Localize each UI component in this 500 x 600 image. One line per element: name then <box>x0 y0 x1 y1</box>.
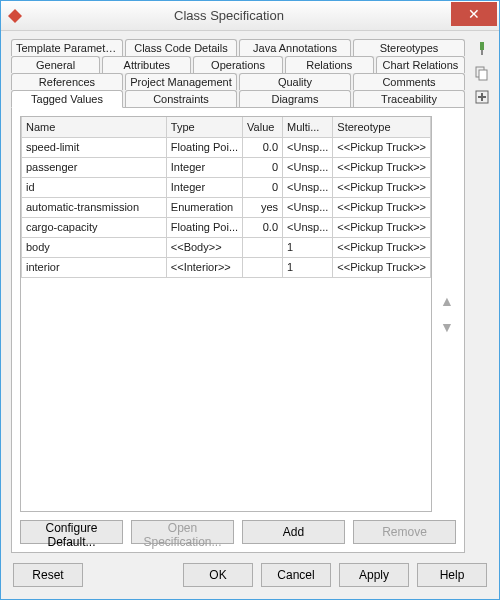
move-up-button[interactable]: ▲ <box>439 294 455 308</box>
table-cell[interactable]: <Unsp... <box>283 197 333 217</box>
column-header[interactable]: Name <box>22 117 167 137</box>
main-column: Template ParametersClass Code DetailsJav… <box>11 39 465 553</box>
table-cell[interactable]: <<Pickup Truck>> <box>333 157 431 177</box>
table-cell[interactable]: 0.0 <box>243 137 283 157</box>
table-row[interactable]: passengerInteger0<Unsp...<<Pickup Truck>… <box>22 157 431 177</box>
table-cell[interactable]: 1 <box>283 257 333 277</box>
move-down-button[interactable]: ▼ <box>439 320 455 334</box>
tab-project-management[interactable]: Project Management <box>125 73 237 90</box>
tab-attributes[interactable]: Attributes <box>102 56 191 73</box>
app-icon <box>7 8 23 24</box>
table-cell[interactable]: 0.0 <box>243 217 283 237</box>
side-toolbar <box>471 39 493 553</box>
table-cell[interactable]: <Unsp... <box>283 137 333 157</box>
svg-rect-4 <box>479 70 487 80</box>
tab-java-annotations[interactable]: Java Annotations <box>239 39 351 56</box>
chevron-up-icon: ▲ <box>440 293 454 309</box>
copy-button[interactable] <box>473 65 491 83</box>
tab-class-code-details[interactable]: Class Code Details <box>125 39 237 56</box>
table-cell[interactable]: passenger <box>22 157 167 177</box>
table-cell[interactable] <box>243 237 283 257</box>
tab-chart-relations[interactable]: Chart Relations <box>376 56 465 73</box>
window-title: Class Specification <box>31 8 427 23</box>
table-cell[interactable]: 0 <box>243 157 283 177</box>
table-cell[interactable]: 0 <box>243 177 283 197</box>
tab-diagrams[interactable]: Diagrams <box>239 90 351 108</box>
table-cell[interactable]: <Unsp... <box>283 177 333 197</box>
table-cell[interactable]: <Unsp... <box>283 157 333 177</box>
ok-button[interactable]: OK <box>183 563 253 587</box>
reorder-arrows: ▲ ▼ <box>438 116 456 512</box>
close-icon: ✕ <box>468 6 480 22</box>
table-cell[interactable]: <<Interior>> <box>166 257 242 277</box>
table-cell[interactable]: id <box>22 177 167 197</box>
dialog-footer: Reset OK Cancel Apply Help <box>1 553 499 599</box>
table-cell[interactable]: <<Pickup Truck>> <box>333 257 431 277</box>
table-cell[interactable]: Integer <box>166 157 242 177</box>
cancel-button[interactable]: Cancel <box>261 563 331 587</box>
tab-template-parameters[interactable]: Template Parameters <box>11 39 123 56</box>
svg-rect-1 <box>480 42 484 50</box>
apply-button[interactable]: Apply <box>339 563 409 587</box>
plus-icon <box>474 89 490 108</box>
tab-comments[interactable]: Comments <box>353 73 465 90</box>
configure-default-button[interactable]: Configure Default... <box>20 520 123 544</box>
open-specification-button: Open Specification... <box>131 520 234 544</box>
tab-body: NameTypeValueMulti...Stereotype speed-li… <box>11 107 465 553</box>
table-row[interactable]: interior<<Interior>>1<<Pickup Truck>> <box>22 257 431 277</box>
table-cell[interactable]: <<Body>> <box>166 237 242 257</box>
table-row[interactable]: idInteger0<Unsp...<<Pickup Truck>> <box>22 177 431 197</box>
class-specification-window: Class Specification ✕ Template Parameter… <box>0 0 500 600</box>
remove-button: Remove <box>353 520 456 544</box>
tab-general[interactable]: General <box>11 56 100 73</box>
table-cell[interactable]: <<Pickup Truck>> <box>333 197 431 217</box>
table-row[interactable]: automatic-transmissionEnumerationyes<Uns… <box>22 197 431 217</box>
table-row[interactable]: cargo-capacityFloating Poi...0.0<Unsp...… <box>22 217 431 237</box>
tab-constraints[interactable]: Constraints <box>125 90 237 108</box>
table-cell[interactable]: Floating Poi... <box>166 137 242 157</box>
table-row[interactable]: body<<Body>>1<<Pickup Truck>> <box>22 237 431 257</box>
tab-traceability[interactable]: Traceability <box>353 90 465 108</box>
tab-strip: Template ParametersClass Code DetailsJav… <box>11 39 465 108</box>
add-side-button[interactable] <box>473 89 491 107</box>
tab-operations[interactable]: Operations <box>193 56 282 73</box>
help-button[interactable]: Help <box>417 563 487 587</box>
tab-relations[interactable]: Relations <box>285 56 374 73</box>
tab-tagged-values[interactable]: Tagged Values <box>11 90 123 108</box>
table-cell[interactable] <box>243 257 283 277</box>
table-cell[interactable]: yes <box>243 197 283 217</box>
table-cell[interactable]: interior <box>22 257 167 277</box>
tagged-values-table[interactable]: NameTypeValueMulti...Stereotype speed-li… <box>20 116 432 512</box>
tab-stereotypes[interactable]: Stereotypes <box>353 39 465 56</box>
column-header[interactable]: Multi... <box>283 117 333 137</box>
chevron-down-icon: ▼ <box>440 319 454 335</box>
table-cell[interactable]: <<Pickup Truck>> <box>333 237 431 257</box>
table-cell[interactable]: <<Pickup Truck>> <box>333 137 431 157</box>
column-header[interactable]: Stereotype <box>333 117 431 137</box>
add-button[interactable]: Add <box>242 520 345 544</box>
table-cell[interactable]: speed-limit <box>22 137 167 157</box>
pin-icon <box>474 41 490 60</box>
table-cell[interactable]: 1 <box>283 237 333 257</box>
table-cell[interactable]: <<Pickup Truck>> <box>333 177 431 197</box>
table-cell[interactable]: Floating Poi... <box>166 217 242 237</box>
table-row[interactable]: speed-limitFloating Poi...0.0<Unsp...<<P… <box>22 137 431 157</box>
svg-rect-2 <box>481 50 483 55</box>
table-cell[interactable]: <<Pickup Truck>> <box>333 217 431 237</box>
table-cell[interactable]: Integer <box>166 177 242 197</box>
table-cell[interactable]: <Unsp... <box>283 217 333 237</box>
pin-button[interactable] <box>473 41 491 59</box>
copy-icon <box>474 65 490 84</box>
reset-button[interactable]: Reset <box>13 563 83 587</box>
close-button[interactable]: ✕ <box>451 2 497 26</box>
tab-references[interactable]: References <box>11 73 123 90</box>
table-cell[interactable]: automatic-transmission <box>22 197 167 217</box>
column-header[interactable]: Value <box>243 117 283 137</box>
tab-button-row: Configure Default... Open Specification.… <box>20 520 456 544</box>
column-header[interactable]: Type <box>166 117 242 137</box>
svg-marker-0 <box>8 9 22 23</box>
table-cell[interactable]: body <box>22 237 167 257</box>
table-cell[interactable]: cargo-capacity <box>22 217 167 237</box>
tab-quality[interactable]: Quality <box>239 73 351 90</box>
table-cell[interactable]: Enumeration <box>166 197 242 217</box>
